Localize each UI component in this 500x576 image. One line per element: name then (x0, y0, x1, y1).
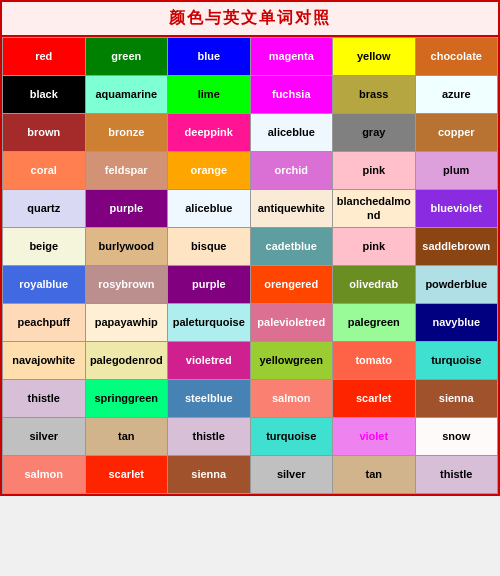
color-cell: feldspar (86, 152, 169, 190)
color-cell: lime (168, 76, 251, 114)
color-cell: plum (416, 152, 499, 190)
color-cell: royalblue (3, 266, 86, 304)
color-cell: red (3, 38, 86, 76)
color-cell: fuchsia (251, 76, 334, 114)
color-cell: saddlebrown (416, 228, 499, 266)
color-grid: redgreenbluemagentayellowchocolateblacka… (2, 37, 498, 494)
color-cell: thistle (3, 380, 86, 418)
color-cell: tan (86, 418, 169, 456)
color-cell: coral (3, 152, 86, 190)
color-cell: cadetblue (251, 228, 334, 266)
color-cell: sienna (416, 380, 499, 418)
color-cell: silver (3, 418, 86, 456)
color-cell: papayawhip (86, 304, 169, 342)
color-cell: palegreen (333, 304, 416, 342)
color-cell: navajowhite (3, 342, 86, 380)
color-cell: yellow (333, 38, 416, 76)
color-cell: blueviolet (416, 190, 499, 228)
color-cell: blanchedalmond (333, 190, 416, 228)
color-cell: aquamarine (86, 76, 169, 114)
color-cell: orengered (251, 266, 334, 304)
color-cell: palegodenrod (86, 342, 169, 380)
color-cell: brass (333, 76, 416, 114)
color-cell: purple (168, 266, 251, 304)
color-cell: violetred (168, 342, 251, 380)
color-cell: palevioletred (251, 304, 334, 342)
color-cell: peachpuff (3, 304, 86, 342)
color-cell: pink (333, 228, 416, 266)
color-cell: springgreen (86, 380, 169, 418)
color-cell: bisque (168, 228, 251, 266)
color-cell: steelblue (168, 380, 251, 418)
color-cell: quartz (3, 190, 86, 228)
color-cell: turquoise (416, 342, 499, 380)
color-cell: chocolate (416, 38, 499, 76)
color-cell: tan (333, 456, 416, 494)
color-cell: navyblue (416, 304, 499, 342)
color-cell: orchid (251, 152, 334, 190)
color-cell: paleturquoise (168, 304, 251, 342)
color-cell: antiquewhite (251, 190, 334, 228)
color-cell: gray (333, 114, 416, 152)
main-container: 颜色与英文单词对照 redgreenbluemagentayellowchoco… (0, 0, 500, 496)
color-cell: salmon (3, 456, 86, 494)
color-cell: brown (3, 114, 86, 152)
color-cell: turquoise (251, 418, 334, 456)
color-cell: scarlet (333, 380, 416, 418)
color-cell: black (3, 76, 86, 114)
color-cell: tomato (333, 342, 416, 380)
color-cell: bronze (86, 114, 169, 152)
color-cell: orange (168, 152, 251, 190)
color-cell: blue (168, 38, 251, 76)
color-cell: scarlet (86, 456, 169, 494)
color-cell: thistle (416, 456, 499, 494)
color-cell: copper (416, 114, 499, 152)
color-cell: pink (333, 152, 416, 190)
color-cell: deeppink (168, 114, 251, 152)
color-cell: beige (3, 228, 86, 266)
color-cell: olivedrab (333, 266, 416, 304)
color-cell: salmon (251, 380, 334, 418)
color-cell: purple (86, 190, 169, 228)
color-cell: aliceblue (251, 114, 334, 152)
color-cell: sienna (168, 456, 251, 494)
color-cell: thistle (168, 418, 251, 456)
color-cell: snow (416, 418, 499, 456)
color-cell: burlywood (86, 228, 169, 266)
color-cell: powderblue (416, 266, 499, 304)
color-cell: rosybrown (86, 266, 169, 304)
color-cell: azure (416, 76, 499, 114)
page-title: 颜色与英文单词对照 (2, 2, 498, 37)
color-cell: silver (251, 456, 334, 494)
color-cell: yellowgreen (251, 342, 334, 380)
color-cell: green (86, 38, 169, 76)
color-cell: aliceblue (168, 190, 251, 228)
color-cell: magenta (251, 38, 334, 76)
color-cell: violet (333, 418, 416, 456)
